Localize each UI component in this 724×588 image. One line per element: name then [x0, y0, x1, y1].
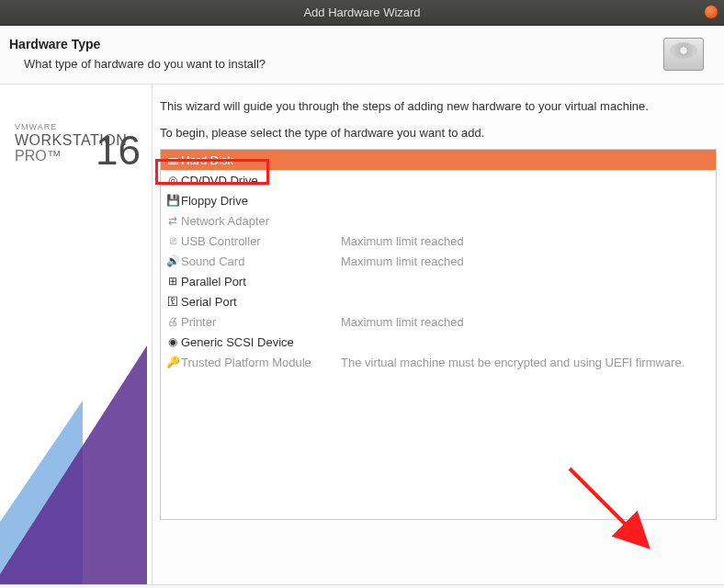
- close-icon[interactable]: [704, 5, 718, 19]
- hardware-item-label: Trusted Platform Module: [181, 356, 341, 369]
- hardware-item-net-adapter: ⇄Network Adapter: [161, 210, 716, 231]
- hardware-item-status: Maximum limit reached: [341, 315, 464, 329]
- hardware-item-hard-disk[interactable]: 🖴Hard Disk: [161, 150, 716, 170]
- usb-icon: ⎚: [164, 234, 181, 247]
- hardware-item-tpm: 🔑Trusted Platform ModuleThe virtual mach…: [161, 352, 716, 372]
- window-title: Add Hardware Wizard: [303, 6, 420, 19]
- wizard-footer: ✕ Cancel ◀ Back ❯ Next: [0, 584, 724, 588]
- hardware-item-cd-dvd[interactable]: ◎CD/DVD Drive: [161, 170, 716, 190]
- net-adapter-icon: ⇄: [164, 214, 181, 227]
- printer-icon: 🖨: [164, 315, 181, 328]
- hardware-item-scsi[interactable]: ◉Generic SCSI Device: [161, 332, 716, 352]
- hardware-item-label: Generic SCSI Device: [181, 335, 341, 349]
- hardware-item-parallel[interactable]: ⊞Parallel Port: [161, 271, 716, 291]
- tpm-icon: 🔑: [164, 356, 181, 368]
- hardware-item-sound: 🔊Sound CardMaximum limit reached: [161, 251, 716, 271]
- hardware-item-serial[interactable]: ⚿Serial Port: [161, 291, 716, 311]
- hardware-item-label: USB Controller: [181, 234, 341, 248]
- intro-text-1: This wizard will guide you through the s…: [160, 99, 717, 113]
- hardware-item-label: Network Adapter: [181, 214, 341, 228]
- hardware-item-floppy[interactable]: 💾Floppy Drive: [161, 190, 716, 210]
- hardware-item-printer: 🖨PrinterMaximum limit reached: [161, 311, 716, 332]
- hardware-item-label: CD/DVD Drive: [181, 174, 341, 187]
- hardware-item-label: Hard Disk: [181, 153, 341, 167]
- serial-icon: ⚿: [164, 295, 181, 308]
- titlebar: Add Hardware Wizard: [0, 0, 724, 26]
- hard-disk-icon: [663, 38, 704, 71]
- hardware-item-status: Maximum limit reached: [341, 254, 464, 268]
- intro-text-2: To begin, please select the type of hard…: [160, 126, 717, 140]
- hardware-item-label: Sound Card: [181, 254, 341, 268]
- header-title: Hardware Type: [9, 37, 663, 51]
- wizard-sidebar: VMWARE WORKSTATION PRO™ 16: [0, 85, 153, 584]
- hardware-item-label: Serial Port: [181, 295, 341, 309]
- hardware-item-label: Floppy Drive: [181, 194, 341, 208]
- vmware-logo: VMWARE WORKSTATION PRO™ 16: [15, 123, 127, 164]
- hardware-item-status: Maximum limit reached: [341, 234, 464, 248]
- hardware-type-list[interactable]: 🖴Hard Disk◎CD/DVD Drive💾Floppy Drive⇄Net…: [160, 149, 717, 520]
- parallel-icon: ⊞: [164, 275, 181, 288]
- hard-disk-icon: 🖴: [164, 153, 181, 166]
- cd-dvd-icon: ◎: [164, 174, 181, 187]
- hardware-item-usb: ⎚USB ControllerMaximum limit reached: [161, 231, 716, 251]
- hardware-item-label: Printer: [181, 315, 341, 329]
- hardware-item-status: The virtual machine must be encrypted an…: [341, 356, 684, 369]
- header-subtitle: What type of hardware do you want to ins…: [24, 57, 663, 71]
- scsi-icon: ◉: [164, 335, 181, 348]
- wizard-main: This wizard will guide you through the s…: [153, 85, 724, 584]
- hardware-item-label: Parallel Port: [181, 275, 341, 288]
- sound-icon: 🔊: [164, 254, 181, 267]
- floppy-icon: 💾: [164, 194, 181, 207]
- wizard-header: Hardware Type What type of hardware do y…: [0, 26, 724, 85]
